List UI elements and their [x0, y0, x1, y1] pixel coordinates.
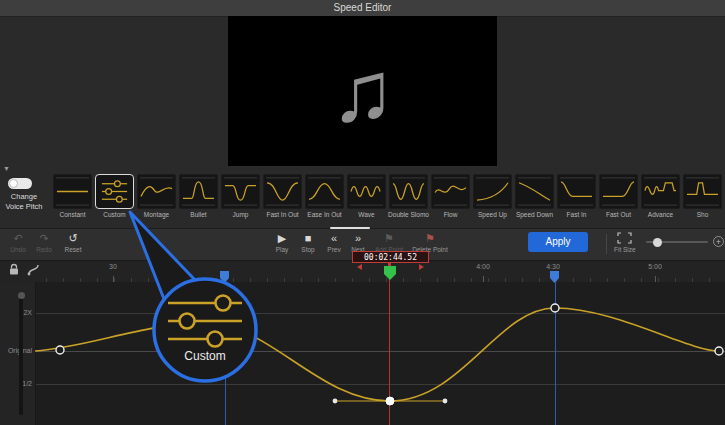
fit-size-button[interactable]: Fit Size	[614, 232, 636, 253]
ruler-label: 4:30	[546, 263, 560, 270]
preset-jump[interactable]: Jump	[220, 174, 261, 218]
frame-forward-icon[interactable]	[419, 264, 424, 270]
lock-icon[interactable]	[8, 262, 20, 280]
preset-thumbnail	[53, 174, 92, 209]
play-button[interactable]: ▶ Play	[270, 232, 294, 253]
fit-size-icon	[617, 232, 632, 244]
zoom-in-icon[interactable]: +	[713, 236, 724, 247]
prev-button[interactable]: « Prev	[322, 232, 346, 253]
preset-thumbnail	[389, 174, 428, 209]
timeline-ruler[interactable]: 30 4:00 4:30 5:00	[0, 260, 725, 283]
stop-button[interactable]: ■ Stop	[296, 232, 320, 253]
ruler-label: 4:00	[476, 263, 490, 270]
presets-scrollbar[interactable]	[330, 227, 370, 229]
preset-thumbnail	[557, 174, 596, 209]
apply-button[interactable]: Apply	[528, 232, 588, 252]
next-button[interactable]: » Next	[346, 232, 370, 253]
preset-thumbnail	[641, 174, 680, 209]
preset-thumbnail	[305, 174, 344, 209]
preset-thumbnail	[683, 174, 722, 209]
preset-thumbnail	[599, 174, 638, 209]
preset-thumbnail	[95, 174, 134, 209]
playhead-line	[389, 262, 390, 425]
stop-icon: ■	[305, 232, 312, 245]
preset-fast-in[interactable]: Fast In	[556, 174, 597, 218]
preset-constant[interactable]: Constant	[52, 174, 93, 218]
next-icon: »	[355, 232, 361, 245]
voice-pitch-toggle[interactable]	[8, 178, 32, 189]
video-preview: ♫	[228, 16, 497, 166]
preset-thumbnail	[515, 174, 554, 209]
undo-button[interactable]: ↶ Undo	[6, 232, 30, 253]
gridline-half	[36, 384, 725, 385]
add-point-button[interactable]: ⚑ Add Point	[372, 232, 406, 253]
preset-advance[interactable]: Advance	[640, 174, 681, 218]
frame-back-icon[interactable]	[357, 264, 362, 270]
preset-flow[interactable]: Flow	[430, 174, 471, 218]
add-point-flag-icon: ⚑	[384, 232, 394, 245]
preset-thumbnail	[431, 174, 470, 209]
toggle-knob	[9, 179, 18, 188]
prev-icon: «	[331, 232, 337, 245]
y-axis-label-2x: 2X	[0, 309, 32, 316]
preset-fast-in-out[interactable]: Fast In Out	[262, 174, 303, 218]
preset-bullet[interactable]: Bullet	[178, 174, 219, 218]
preset-double-slomo[interactable]: Double Slomo	[388, 174, 429, 218]
preset-montage[interactable]: Montage	[136, 174, 177, 218]
preset-ease-in-out[interactable]: Ease In Out	[304, 174, 345, 218]
preset-thumbnail	[179, 174, 218, 209]
title-bar: Speed Editor	[0, 0, 725, 17]
preset-custom[interactable]: Custom	[94, 174, 135, 218]
preset-thumbnail	[137, 174, 176, 209]
gridline-original	[36, 351, 725, 352]
vertical-zoom-track[interactable]	[19, 292, 23, 415]
preset-speed-up[interactable]: Speed Up	[472, 174, 513, 218]
vertical-zoom-knob[interactable]	[18, 292, 25, 299]
sliders-icon	[96, 175, 133, 208]
preset-thumbnail	[473, 174, 512, 209]
reset-button[interactable]: ↺ Reset	[60, 232, 86, 253]
ruler-label: 30	[109, 263, 117, 270]
zoom-slider-knob[interactable]	[653, 238, 662, 247]
collapse-arrow-icon[interactable]: ▼	[3, 165, 10, 172]
undo-icon: ↶	[13, 232, 22, 245]
ruler-label: 5:00	[648, 263, 662, 270]
voice-pitch-label: Change Voice Pitch	[0, 192, 48, 212]
current-time-display: 00:02:44.52	[352, 251, 429, 263]
music-note-icon: ♫	[330, 48, 395, 134]
delete-point-flag-icon: ⚑	[425, 232, 435, 245]
preset-fast-out[interactable]: Fast Out	[598, 174, 639, 218]
curve-editor[interactable]	[0, 282, 725, 425]
preset-wave[interactable]: Wave	[346, 174, 387, 218]
redo-button[interactable]: ↷ Redo	[32, 232, 56, 253]
redo-icon: ↷	[39, 232, 48, 245]
toolbar-separator	[606, 234, 607, 254]
reset-icon: ↺	[68, 232, 77, 245]
callout-label: Custom	[165, 349, 245, 363]
y-axis-label-half: 1/2	[0, 380, 32, 387]
page-title: Speed Editor	[334, 2, 392, 13]
preset-thumbnail	[263, 174, 302, 209]
gridline-2x	[36, 313, 725, 314]
preset-thumbnail	[221, 174, 260, 209]
marker-line	[555, 282, 556, 425]
preset-speed-down[interactable]: Speed Down	[514, 174, 555, 218]
preset-shock[interactable]: Sho	[682, 174, 723, 218]
play-icon: ▶	[278, 232, 286, 245]
y-axis-label-original: Original	[0, 347, 32, 354]
delete-point-button[interactable]: ⚑ Delete Point	[408, 232, 452, 253]
preset-thumbnail	[347, 174, 386, 209]
curve-tool-icon[interactable]	[27, 262, 40, 280]
